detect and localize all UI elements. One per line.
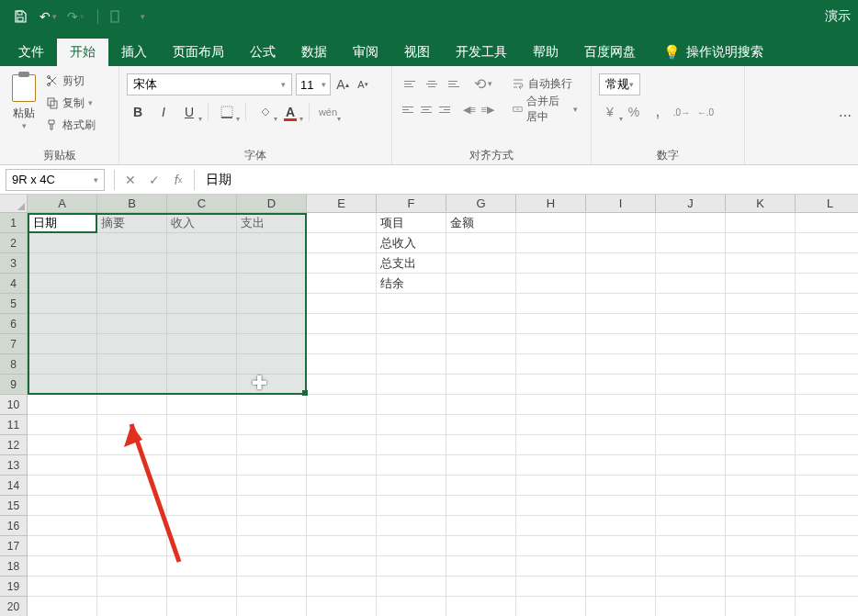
- row-header-19[interactable]: 19: [0, 577, 28, 597]
- align-left-button[interactable]: [400, 99, 416, 119]
- cell-D16[interactable]: [237, 516, 307, 536]
- cell-L14[interactable]: [796, 476, 858, 496]
- border-button[interactable]: ▾: [216, 101, 238, 123]
- cell-K10[interactable]: [726, 395, 796, 415]
- cell-C7[interactable]: [167, 334, 237, 354]
- align-center-button[interactable]: [418, 99, 435, 119]
- cell-F19[interactable]: [377, 577, 446, 597]
- cell-I19[interactable]: [586, 577, 656, 597]
- save-button[interactable]: [9, 6, 31, 28]
- cell-L3[interactable]: [796, 253, 858, 274]
- cell-L8[interactable]: [796, 354, 858, 375]
- cell-D14[interactable]: [237, 476, 307, 496]
- cell-D17[interactable]: [237, 536, 307, 556]
- row-header-2[interactable]: 2: [0, 233, 28, 253]
- cell-G18[interactable]: [446, 556, 516, 577]
- cell-F20[interactable]: [377, 597, 446, 616]
- cell-I3[interactable]: [586, 253, 656, 274]
- cell-A14[interactable]: [28, 476, 97, 496]
- cell-A13[interactable]: [28, 455, 97, 476]
- cell-E9[interactable]: [307, 375, 377, 395]
- cell-K11[interactable]: [726, 415, 796, 435]
- col-header-E[interactable]: E: [307, 195, 377, 213]
- cell-I16[interactable]: [586, 516, 656, 536]
- cell-A18[interactable]: [28, 556, 97, 577]
- cell-L12[interactable]: [796, 435, 858, 455]
- cell-H17[interactable]: [516, 536, 586, 556]
- cell-A17[interactable]: [28, 536, 97, 556]
- fill-color-button[interactable]: ▾: [254, 101, 276, 123]
- select-all-corner[interactable]: [0, 195, 28, 213]
- cell-J13[interactable]: [656, 455, 726, 476]
- cell-D4[interactable]: [237, 274, 307, 294]
- cell-G10[interactable]: [446, 395, 516, 415]
- align-middle-button[interactable]: [422, 73, 442, 94]
- cell-K9[interactable]: [726, 375, 796, 395]
- fx-button[interactable]: fx: [166, 169, 190, 191]
- cell-F6[interactable]: [377, 314, 446, 334]
- cell-E17[interactable]: [307, 536, 377, 556]
- cell-G14[interactable]: [446, 476, 516, 496]
- paste-button[interactable]: 粘贴 ▾: [7, 70, 40, 134]
- cell-C4[interactable]: [167, 274, 237, 294]
- col-header-D[interactable]: D: [237, 195, 307, 213]
- cell-C1[interactable]: 收入: [167, 213, 237, 233]
- tab-formula[interactable]: 公式: [237, 39, 288, 66]
- cell-B9[interactable]: [97, 375, 167, 395]
- cell-C12[interactable]: [167, 435, 237, 455]
- cell-E2[interactable]: [307, 233, 377, 253]
- cell-J18[interactable]: [656, 556, 726, 577]
- cell-L9[interactable]: [796, 375, 858, 395]
- cell-D11[interactable]: [237, 415, 307, 435]
- cell-C17[interactable]: [167, 536, 237, 556]
- cell-J6[interactable]: [656, 314, 726, 334]
- cell-J11[interactable]: [656, 415, 726, 435]
- cell-I14[interactable]: [586, 476, 656, 496]
- cell-K7[interactable]: [726, 334, 796, 354]
- cell-I9[interactable]: [586, 375, 656, 395]
- col-header-C[interactable]: C: [167, 195, 237, 213]
- cut-button[interactable]: 剪切: [46, 72, 96, 90]
- comma-button[interactable]: ,: [647, 101, 669, 123]
- cell-J7[interactable]: [656, 334, 726, 354]
- font-color-button[interactable]: A ▾: [279, 101, 301, 123]
- cell-I2[interactable]: [586, 233, 656, 253]
- cell-E13[interactable]: [307, 455, 377, 476]
- cell-A20[interactable]: [28, 597, 97, 616]
- cell-B15[interactable]: [97, 496, 167, 516]
- cell-G15[interactable]: [446, 496, 516, 516]
- cell-L13[interactable]: [796, 455, 858, 476]
- align-right-button[interactable]: [436, 99, 453, 119]
- cell-F8[interactable]: [377, 354, 446, 375]
- cell-H16[interactable]: [516, 516, 586, 536]
- cell-F3[interactable]: 总支出: [377, 253, 446, 274]
- cell-E12[interactable]: [307, 435, 377, 455]
- indent-decrease-button[interactable]: ◀≡: [461, 99, 478, 119]
- cell-K12[interactable]: [726, 435, 796, 455]
- row-header-7[interactable]: 7: [0, 334, 28, 354]
- cell-K14[interactable]: [726, 476, 796, 496]
- col-header-A[interactable]: A: [28, 195, 97, 213]
- cell-B3[interactable]: [97, 253, 167, 274]
- cell-L17[interactable]: [796, 536, 858, 556]
- cell-F7[interactable]: [377, 334, 446, 354]
- cell-J10[interactable]: [656, 395, 726, 415]
- cell-I6[interactable]: [586, 314, 656, 334]
- cell-L15[interactable]: [796, 496, 858, 516]
- cell-H3[interactable]: [516, 253, 586, 274]
- tell-me-search[interactable]: 💡 操作说明搜索: [654, 39, 773, 66]
- cell-C14[interactable]: [167, 476, 237, 496]
- copy-button[interactable]: 复制 ▾: [46, 94, 96, 112]
- cell-E19[interactable]: [307, 577, 377, 597]
- cell-K19[interactable]: [726, 577, 796, 597]
- cell-I5[interactable]: [586, 294, 656, 314]
- cell-K1[interactable]: [726, 213, 796, 233]
- cell-C18[interactable]: [167, 556, 237, 577]
- cell-F4[interactable]: 结余: [377, 274, 446, 294]
- cell-B1[interactable]: 摘要: [97, 213, 167, 233]
- cell-K4[interactable]: [726, 274, 796, 294]
- cell-L5[interactable]: [796, 294, 858, 314]
- font-size-select[interactable]: 11▾: [296, 73, 331, 95]
- cell-B10[interactable]: [97, 395, 167, 415]
- col-header-F[interactable]: F: [377, 195, 446, 213]
